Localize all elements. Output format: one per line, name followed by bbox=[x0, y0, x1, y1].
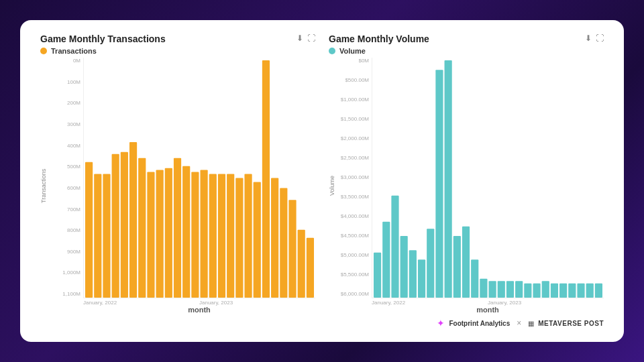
svg-rect-43 bbox=[524, 284, 531, 298]
svg-rect-22 bbox=[280, 188, 287, 298]
svg-rect-15 bbox=[218, 174, 225, 298]
svg-rect-49 bbox=[577, 284, 584, 298]
svg-rect-36 bbox=[462, 227, 470, 298]
chart2-svg bbox=[372, 58, 604, 298]
brand-divider: × bbox=[517, 318, 521, 328]
svg-rect-10 bbox=[174, 158, 181, 298]
svg-rect-17 bbox=[235, 178, 243, 298]
svg-rect-1 bbox=[94, 174, 101, 298]
svg-rect-31 bbox=[418, 259, 425, 298]
svg-rect-42 bbox=[515, 281, 523, 298]
chart1-legend: Transactions bbox=[40, 47, 166, 55]
svg-rect-39 bbox=[488, 281, 496, 298]
chart2-legend: Volume bbox=[329, 47, 429, 55]
svg-rect-4 bbox=[121, 152, 128, 298]
svg-rect-35 bbox=[453, 236, 461, 298]
svg-rect-11 bbox=[182, 166, 190, 298]
svg-rect-5 bbox=[129, 142, 137, 298]
metaverse-icon: ▦ bbox=[528, 320, 534, 327]
main-card: Game Monthly Transactions Transactions ⬇… bbox=[20, 20, 624, 342]
svg-rect-26 bbox=[374, 253, 381, 298]
chart2-icons: ⬇ ⛶ bbox=[585, 34, 604, 43]
chart1-legend-dot bbox=[40, 48, 47, 54]
chart2-bars-region bbox=[372, 58, 604, 298]
chart1-x-labels: January, 2022 January, 2023 bbox=[50, 298, 315, 306]
svg-rect-44 bbox=[533, 284, 540, 298]
svg-rect-33 bbox=[435, 70, 443, 298]
svg-rect-13 bbox=[200, 170, 207, 298]
svg-rect-27 bbox=[382, 222, 390, 298]
download-icon[interactable]: ⬇ bbox=[297, 34, 303, 43]
chart2-y-axis: $6,000.00M $5,500.00M $5,000.00M $4,500.… bbox=[338, 58, 372, 298]
chart2-header: Game Monthly Volume Volume ⬇ ⛶ bbox=[329, 34, 604, 58]
charts-row: Game Monthly Transactions Transactions ⬇… bbox=[40, 34, 604, 314]
svg-rect-0 bbox=[85, 162, 93, 298]
svg-rect-48 bbox=[568, 284, 576, 298]
chart1-bars-region bbox=[83, 58, 315, 298]
chart2-x-title: month bbox=[338, 306, 604, 314]
footer-brand2: ▦ METAVERSE POST bbox=[528, 320, 604, 327]
svg-rect-29 bbox=[400, 236, 408, 298]
footer-brand1: ✦ Footprint Analytics bbox=[437, 318, 510, 328]
chart1-legend-label: Transactions bbox=[51, 47, 97, 55]
svg-rect-14 bbox=[209, 174, 217, 298]
svg-rect-38 bbox=[480, 279, 487, 298]
svg-rect-12 bbox=[191, 172, 199, 298]
svg-rect-19 bbox=[254, 182, 261, 298]
chart2-container: Game Monthly Volume Volume ⬇ ⛶ Volume bbox=[329, 34, 604, 314]
chart2-legend-label: Volume bbox=[339, 47, 366, 55]
svg-rect-21 bbox=[271, 178, 278, 298]
svg-rect-20 bbox=[262, 60, 270, 298]
chart1-y-axis: 1,100M 1,000M 900M 800M 700M 600M 500M 4… bbox=[50, 58, 83, 298]
expand-icon[interactable]: ⛶ bbox=[307, 34, 315, 43]
svg-rect-24 bbox=[298, 230, 305, 298]
svg-rect-30 bbox=[409, 250, 417, 298]
chart1-svg bbox=[84, 58, 315, 298]
svg-rect-2 bbox=[103, 174, 110, 298]
svg-rect-8 bbox=[156, 170, 164, 298]
chart1-y-label: Transactions bbox=[40, 58, 50, 314]
download-icon-2[interactable]: ⬇ bbox=[585, 34, 592, 43]
svg-rect-23 bbox=[288, 200, 296, 298]
footprint-starburst-icon: ✦ bbox=[437, 318, 445, 328]
svg-rect-37 bbox=[471, 259, 478, 298]
svg-rect-47 bbox=[559, 284, 567, 298]
svg-rect-7 bbox=[147, 172, 154, 298]
chart2-x-labels: January, 2022 January, 2023 bbox=[338, 298, 604, 306]
chart2-area: Volume $6,000.00M $5,500.00M $5,000.00M … bbox=[329, 58, 604, 314]
chart1-inner: 1,100M 1,000M 900M 800M 700M 600M 500M 4… bbox=[50, 58, 315, 314]
chart2-y-label: Volume bbox=[329, 58, 338, 314]
svg-rect-18 bbox=[244, 174, 252, 298]
svg-rect-32 bbox=[427, 229, 434, 298]
chart1-area: Transactions 1,100M 1,000M 900M 800M 700… bbox=[40, 58, 315, 314]
chart1-title: Game Monthly Transactions bbox=[40, 34, 166, 44]
svg-rect-25 bbox=[307, 238, 314, 298]
svg-rect-50 bbox=[586, 284, 594, 298]
chart1-bars-and-yaxis: 1,100M 1,000M 900M 800M 700M 600M 500M 4… bbox=[50, 58, 315, 298]
chart2-bars-and-yaxis: $6,000.00M $5,500.00M $5,000.00M $4,500.… bbox=[338, 58, 604, 298]
chart1-header: Game Monthly Transactions Transactions ⬇… bbox=[40, 34, 315, 58]
svg-rect-9 bbox=[165, 168, 172, 298]
expand-icon-2[interactable]: ⛶ bbox=[596, 34, 604, 43]
chart2-inner: $6,000.00M $5,500.00M $5,000.00M $4,500.… bbox=[338, 58, 604, 314]
svg-rect-40 bbox=[498, 281, 505, 298]
svg-rect-34 bbox=[445, 60, 452, 298]
chart1-icons: ⬇ ⛶ bbox=[297, 34, 315, 43]
svg-rect-41 bbox=[506, 281, 514, 298]
svg-rect-51 bbox=[595, 284, 602, 298]
svg-rect-28 bbox=[391, 196, 398, 298]
metaverse-label: METAVERSE POST bbox=[538, 320, 604, 327]
svg-rect-46 bbox=[551, 284, 558, 298]
chart1-container: Game Monthly Transactions Transactions ⬇… bbox=[40, 34, 315, 314]
footer: ✦ Footprint Analytics × ▦ METAVERSE POST bbox=[40, 314, 604, 328]
svg-rect-3 bbox=[112, 154, 119, 298]
chart1-x-title: month bbox=[50, 306, 315, 314]
svg-rect-45 bbox=[542, 281, 549, 298]
chart2-title: Game Monthly Volume bbox=[329, 34, 429, 44]
chart2-legend-dot bbox=[329, 48, 335, 54]
svg-rect-16 bbox=[227, 174, 234, 298]
svg-rect-6 bbox=[138, 158, 146, 298]
footprint-label: Footprint Analytics bbox=[449, 320, 510, 327]
